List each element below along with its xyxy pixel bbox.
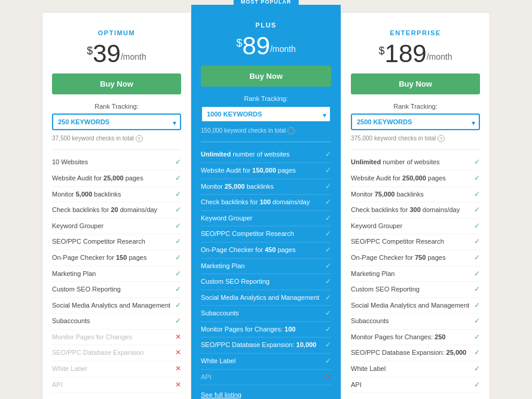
check-icon: ✓: [474, 174, 480, 183]
check-icon: ✓: [325, 245, 331, 255]
feature-item: Monitor Pages for Changes: 100✓: [201, 322, 331, 338]
feature-item: Unlimited number of websites✓: [201, 147, 331, 163]
check-icon: ✓: [175, 158, 181, 167]
rank-tracking-label: Rank Tracking:: [52, 103, 181, 110]
check-icon: ✓: [325, 262, 331, 271]
buy-button[interactable]: Buy Now: [52, 73, 181, 94]
feature-text: White Label: [351, 364, 474, 373]
feature-item: Social Media Analytics and Management✓: [52, 298, 181, 314]
check-icon: ✓: [474, 317, 480, 326]
feature-text: Unlimited number of websites: [201, 150, 325, 158]
feature-text: On-Page Checker for 750 pages: [351, 253, 474, 262]
keyword-checks-text: 375,000 keyword checks in total ?: [351, 135, 480, 142]
question-mark-icon[interactable]: ?: [136, 135, 143, 142]
feature-text: Marketing Plan: [52, 269, 175, 278]
see-full-listing-link[interactable]: See full listing: [201, 391, 331, 398]
price-period: /month: [427, 52, 452, 62]
check-icon: ✓: [474, 285, 480, 294]
feature-item: SEO/PPC Database Expansion: 25,000✓: [351, 345, 480, 361]
feature-text: Website Audit for 250,000 pages: [351, 174, 474, 182]
feature-item: SEO/PPC Database Expansion: 10,000✓: [201, 337, 331, 354]
feature-item: 10 Websites✓: [52, 155, 181, 171]
feature-item: Subaccounts✓: [201, 306, 331, 322]
feature-item: On-Page Checker for 150 pages✓: [52, 250, 181, 266]
price-row: $89/month: [201, 33, 331, 59]
check-icon: ✓: [474, 205, 480, 215]
rank-tracking-label: Rank Tracking:: [351, 103, 480, 110]
feature-item: SEO/PPC Competitor Research✓: [52, 234, 181, 250]
feature-item: Check backlinks for 300 domains/day✓: [351, 202, 480, 219]
feature-item: Custom SEO Reporting✓: [351, 282, 480, 298]
feature-item: On-Page Checker for 450 pages✓: [201, 243, 331, 259]
keyword-select[interactable]: 250 KEYWORDS: [52, 113, 181, 130]
features-list: 10 Websites✓Website Audit for 25,000 pag…: [52, 149, 181, 393]
check-icon: ✓: [175, 205, 181, 215]
feature-text: Custom SEO Reporting: [201, 277, 325, 286]
check-icon: ✓: [325, 277, 331, 287]
feature-text: Social Media Analytics and Management: [52, 301, 175, 309]
features-list: Unlimited number of websites✓Website Aud…: [201, 142, 331, 385]
keyword-select[interactable]: 1000 KEYWORDS: [201, 106, 331, 122]
feature-text: SEO/PPC Competitor Research: [201, 229, 325, 238]
feature-text: Monitor Pages for Changes: 100: [201, 325, 325, 333]
feature-text: White Label: [52, 364, 175, 373]
price-value: 189: [385, 41, 427, 66]
feature-item: Monitor 25,000 backlinks✓: [201, 179, 331, 195]
check-icon: ✓: [474, 237, 480, 247]
feature-text: On-Page Checker for 450 pages: [201, 245, 325, 254]
feature-item: Monitor Pages for Changes✕: [52, 330, 181, 346]
feature-text: SEO/PPC Database Expansion: 25,000: [351, 348, 474, 357]
price-row: $189/month: [351, 41, 480, 66]
cross-icon: ✕: [325, 373, 331, 382]
feature-item: SEO/PPC Database Expansion✕: [52, 345, 181, 361]
feature-item: Social Media Analytics and Management✓: [201, 290, 331, 306]
feature-text: Custom SEO Reporting: [351, 285, 474, 293]
feature-item: Monitor Pages for Changes: 250✓: [351, 330, 480, 346]
check-icon: ✓: [325, 166, 331, 176]
feature-item: Keyword Grouper✓: [52, 219, 181, 235]
feature-text: Monitor Pages for Changes: [52, 333, 175, 341]
check-icon: ✓: [474, 253, 480, 263]
question-mark-icon[interactable]: ?: [288, 127, 295, 134]
feature-text: Unlimited number of websites: [351, 158, 474, 166]
feature-item: Website Audit for 25,000 pages✓: [52, 171, 181, 187]
feature-text: On-Page Checker for 150 pages: [52, 253, 175, 262]
keyword-select-wrapper: 250 KEYWORDS: [52, 113, 181, 133]
feature-item: Check backlinks for 20 domains/day✓: [52, 202, 181, 219]
price-period: /month: [121, 52, 146, 62]
feature-text: Check backlinks for 100 domains/day: [201, 198, 325, 206]
feature-text: SEO/PPC Competitor Research: [351, 237, 474, 245]
cross-icon: ✕: [175, 380, 181, 390]
price-dollar: $: [87, 45, 93, 57]
check-icon: ✓: [325, 357, 331, 366]
feature-text: Check backlinks for 300 domains/day: [351, 205, 474, 214]
check-icon: ✓: [474, 348, 480, 358]
check-icon: ✓: [175, 285, 181, 294]
feature-text: 10 Websites: [52, 158, 175, 166]
buy-button[interactable]: Buy Now: [351, 73, 480, 94]
feature-text: Monitor 75,000 backlinks: [351, 190, 474, 198]
feature-item: Website Audit for 150,000 pages✓: [201, 163, 331, 179]
feature-item: Monitor 5,000 backlinks✓: [52, 187, 181, 203]
check-icon: ✓: [474, 269, 480, 279]
question-mark-icon[interactable]: ?: [438, 135, 445, 142]
feature-item: Custom SEO Reporting✓: [201, 274, 331, 290]
check-icon: ✓: [325, 309, 331, 318]
feature-item: Monitor 75,000 backlinks✓: [351, 187, 480, 203]
check-icon: ✓: [474, 190, 480, 200]
check-icon: ✓: [175, 269, 181, 279]
feature-item: Social Media Analytics and Management✓: [351, 298, 480, 314]
keyword-select[interactable]: 2500 KEYWORDS: [351, 113, 480, 130]
check-icon: ✓: [474, 222, 480, 231]
feature-text: API: [52, 380, 175, 389]
most-popular-badge: MOST POPULAR: [234, 0, 299, 7]
feature-text: Custom SEO Reporting: [52, 285, 175, 293]
plan-name: ENTERPRISE: [351, 29, 480, 36]
feature-text: Subaccounts: [351, 317, 474, 325]
feature-text: API: [201, 373, 325, 381]
check-icon: ✓: [325, 182, 331, 192]
feature-text: Marketing Plan: [201, 262, 325, 270]
feature-item: White Label✓: [201, 354, 331, 370]
price-dollar: $: [379, 45, 385, 57]
buy-button[interactable]: Buy Now: [201, 66, 331, 87]
